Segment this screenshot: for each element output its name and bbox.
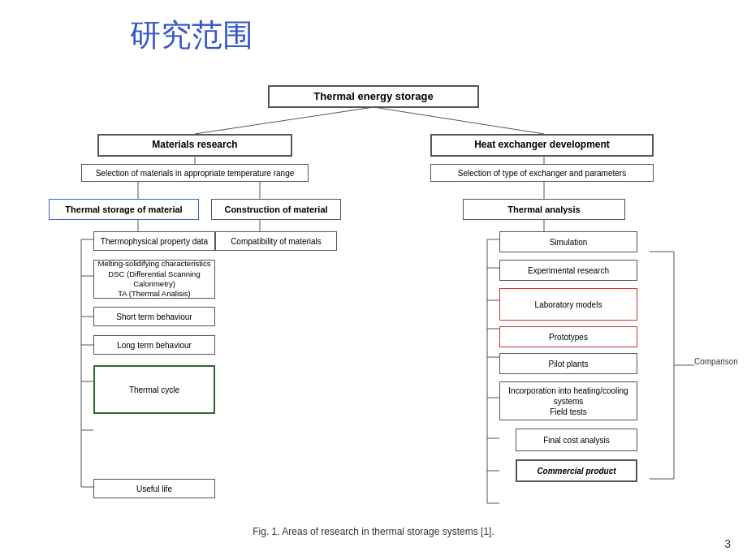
- heat-exchanger-box: Heat exchanger development: [430, 134, 654, 157]
- slide-number: 3: [724, 537, 731, 550]
- compatibility-box: Compatibility of materials: [215, 231, 337, 251]
- page-title: 研究范围: [130, 15, 253, 56]
- materials-research-box: Materials research: [97, 134, 292, 157]
- diagram-container: Thermal energy storage Materials researc…: [32, 81, 715, 536]
- top-box: Thermal energy storage: [268, 85, 479, 108]
- thermal-cycle-box: Thermal cycle: [93, 365, 215, 414]
- experimental-research-box: Experimental research: [499, 260, 637, 281]
- melting-box: Melting-solidifying characteristics DSC …: [93, 260, 215, 299]
- slide: 研究范围: [0, 0, 747, 560]
- selection-exchanger-box: Selection of type of exchanger and param…: [430, 164, 654, 182]
- commercial-product-box: Commercial product: [516, 459, 637, 482]
- thermophysical-box: Thermophysical property data: [93, 231, 215, 251]
- short-term-box: Short term behaviour: [93, 307, 215, 326]
- fig-caption: Fig. 1. Areas of research in thermal sto…: [253, 526, 494, 537]
- simulation-box: Simulation: [499, 231, 637, 252]
- thermal-analysis-box: Thermal analysis: [463, 199, 625, 220]
- long-term-box: Long term behaviour: [93, 335, 215, 355]
- laboratory-models-box: Laboratory models: [499, 288, 637, 321]
- incorporation-box: Incorporation into heating/cooling syste…: [499, 381, 637, 420]
- prototypes-box: Prototypes: [499, 326, 637, 347]
- pilot-plants-box: Pilot plants: [499, 353, 637, 374]
- final-cost-box: Final cost analysis: [516, 429, 637, 451]
- selection-materials-box: Selection of materials in appropriate te…: [81, 164, 309, 182]
- thermal-storage-material-box: Thermal storage of material: [49, 199, 199, 220]
- comparison-label: Comparison: [694, 357, 735, 366]
- svg-line-1: [374, 107, 544, 134]
- svg-line-0: [195, 107, 374, 134]
- useful-life-box: Useful life: [93, 479, 215, 498]
- construction-material-box: Construction of material: [211, 199, 341, 220]
